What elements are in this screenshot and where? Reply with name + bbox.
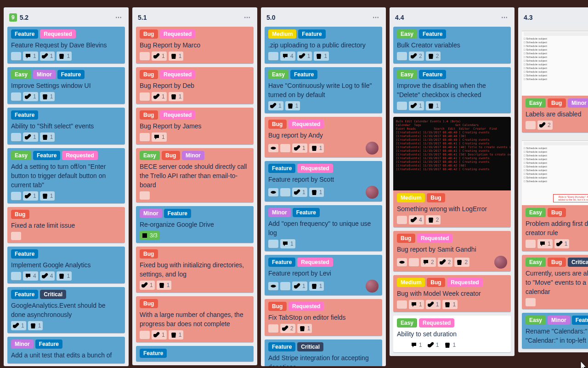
- label-bug[interactable]: Bug: [548, 98, 566, 108]
- card[interactable]: FeatureRequestedFeature report by Levi11: [265, 255, 382, 295]
- label-feature[interactable]: Feature: [298, 29, 325, 39]
- member-avatar[interactable]: [366, 142, 379, 155]
- list-menu-button[interactable]: ⋯: [370, 12, 382, 23]
- card[interactable]: FeatureAbility to "Shift select" events1…: [7, 108, 125, 144]
- label-feature[interactable]: Feature: [11, 290, 38, 299]
- label-bug[interactable]: Bug: [140, 70, 158, 79]
- card[interactable]: BugRequestedFix TabStop on editor fields…: [265, 299, 382, 336]
- label-easy[interactable]: Easy: [11, 70, 31, 79]
- label-minor[interactable]: Minor: [568, 98, 588, 108]
- label-feature[interactable]: Feature: [419, 29, 446, 39]
- label-easy[interactable]: Easy: [397, 70, 417, 79]
- label-critical[interactable]: Critical: [568, 258, 588, 267]
- label-easy[interactable]: Easy: [11, 151, 31, 160]
- label-easy[interactable]: Easy: [268, 70, 288, 79]
- card[interactable]: MinorFeatureAdd a unit test that edits a…: [7, 337, 125, 363]
- label-critical[interactable]: Critical: [297, 342, 323, 351]
- card[interactable]: Feature: [136, 346, 254, 362]
- list-menu-button[interactable]: ⋯: [113, 12, 125, 23]
- label-easy[interactable]: Easy: [526, 98, 546, 108]
- label-feature[interactable]: Feature: [572, 316, 588, 325]
- label-feature[interactable]: Feature: [290, 70, 317, 79]
- label-easy[interactable]: Easy: [397, 29, 417, 39]
- card[interactable]: BugRequestedBug report by Andy11: [265, 117, 382, 157]
- list-title[interactable]: 5.1: [138, 14, 241, 21]
- card[interactable]: BugRequestedBug report by Samit Gandhi22…: [393, 231, 511, 271]
- label-minor[interactable]: Minor: [182, 151, 204, 160]
- card[interactable]: EasyFeatureBulk Creator variables22: [393, 27, 511, 63]
- list-title[interactable]: 5.0: [266, 14, 370, 21]
- card[interactable]: BugFixed a rate limit issue: [7, 207, 125, 243]
- card[interactable]: BugRequestedBug Report by James1: [136, 108, 254, 144]
- card[interactable]: MinorFeatureAdd "open frequency" to uniq…: [265, 205, 382, 251]
- card[interactable]: EasyFeatureRequestedAdd a setting to tur…: [7, 148, 125, 203]
- list-title[interactable]: 4.3: [524, 14, 588, 21]
- label-bug[interactable]: Bug: [268, 120, 287, 129]
- label-bug[interactable]: Bug: [11, 210, 29, 219]
- card[interactable]: FeatureCriticalGoogleAnalytics.Event sho…: [7, 287, 125, 333]
- card[interactable]: EasyFeatureHave "Continuously write Log …: [265, 67, 382, 113]
- label-requested[interactable]: Requested: [160, 29, 195, 39]
- label-easy[interactable]: Easy: [526, 208, 546, 217]
- label-requested[interactable]: Requested: [62, 151, 97, 160]
- list-title[interactable]: 4.4: [395, 14, 498, 21]
- card[interactable]: EasyFeatureImprove the disabling when th…: [393, 67, 511, 113]
- label-feature[interactable]: Feature: [268, 258, 295, 267]
- label-bug[interactable]: Bug: [140, 299, 158, 308]
- label-bug[interactable]: Bug: [427, 278, 445, 287]
- label-minor[interactable]: Minor: [548, 316, 570, 325]
- label-requested[interactable]: Requested: [297, 164, 333, 173]
- label-feature[interactable]: Feature: [140, 349, 167, 358]
- label-requested[interactable]: Requested: [288, 302, 324, 311]
- label-feature[interactable]: Feature: [268, 164, 295, 173]
- label-requested[interactable]: Requested: [40, 29, 75, 39]
- label-minor[interactable]: Minor: [33, 70, 56, 79]
- list-menu-button[interactable]: ⋯: [498, 12, 511, 23]
- member-avatar[interactable]: [494, 256, 507, 269]
- label-requested[interactable]: Requested: [447, 278, 482, 287]
- card[interactable]: BugWith a large number of changes, the p…: [136, 296, 254, 342]
- label-requested[interactable]: Requested: [288, 120, 324, 129]
- label-feature[interactable]: Feature: [11, 110, 38, 120]
- list-title[interactable]: 5.2: [20, 14, 113, 21]
- card[interactable]: BugFixed bug with initializing directori…: [136, 247, 254, 293]
- label-medium[interactable]: Medium: [268, 29, 296, 39]
- card[interactable]: EasyMinorFeatureImprove Settings window …: [7, 67, 125, 104]
- list-menu-button[interactable]: ⋯: [241, 12, 254, 23]
- label-feature[interactable]: Feature: [11, 249, 38, 259]
- card[interactable]: MinorFeatureRe-organize Google Drive3/3: [136, 206, 254, 243]
- label-feature[interactable]: Feature: [293, 208, 320, 217]
- card[interactable]: EasyBugMinorBECE server code should dire…: [136, 148, 254, 202]
- card[interactable]: BugRequestedBug Report by Marco11: [136, 27, 254, 63]
- card[interactable]: EasyRequestedAbility to set duration111: [393, 316, 511, 352]
- label-requested[interactable]: Requested: [297, 258, 333, 267]
- card[interactable]: FeatureImplement Google Analytics441: [7, 247, 125, 283]
- label-critical[interactable]: Critical: [40, 290, 66, 299]
- card[interactable]: EasyMinorFeatureRename "Calendars:" labe…: [522, 313, 588, 349]
- label-bug[interactable]: Bug: [397, 234, 415, 243]
- label-easy[interactable]: Easy: [397, 318, 417, 328]
- label-easy[interactable]: Easy: [526, 316, 546, 325]
- card[interactable]: FeatureCriticalAdd Stripe integration fo…: [265, 339, 382, 366]
- card[interactable]: □ Schedule subject□ Schedule subject□ Sc…: [522, 27, 588, 132]
- member-avatar[interactable]: [366, 186, 379, 199]
- label-feature[interactable]: Feature: [164, 209, 191, 218]
- label-feature[interactable]: Feature: [419, 70, 446, 79]
- label-medium[interactable]: Medium: [397, 193, 425, 202]
- label-bug[interactable]: Bug: [548, 208, 566, 217]
- card[interactable]: □ Schedule subject□ Schedule subject□ Sc…: [522, 136, 588, 251]
- label-minor[interactable]: Minor: [268, 208, 291, 217]
- label-minor[interactable]: Minor: [11, 339, 34, 349]
- label-feature[interactable]: Feature: [268, 342, 295, 351]
- card[interactable]: FeatureRequestedFeature Request by Dave …: [7, 27, 125, 63]
- card[interactable]: EasyBugCriticalCurrently, users are allo…: [522, 255, 588, 309]
- label-feature[interactable]: Feature: [11, 29, 38, 39]
- label-easy[interactable]: Easy: [526, 258, 546, 267]
- card[interactable]: MediumFeature.zip uploading to a public …: [265, 27, 382, 63]
- label-bug[interactable]: Bug: [140, 110, 158, 120]
- card[interactable]: BugRequestedBug Report by Deb11: [136, 67, 254, 104]
- label-bug[interactable]: Bug: [162, 151, 180, 160]
- label-bug[interactable]: Bug: [140, 249, 158, 259]
- label-requested[interactable]: Requested: [160, 70, 195, 79]
- label-medium[interactable]: Medium: [397, 278, 425, 287]
